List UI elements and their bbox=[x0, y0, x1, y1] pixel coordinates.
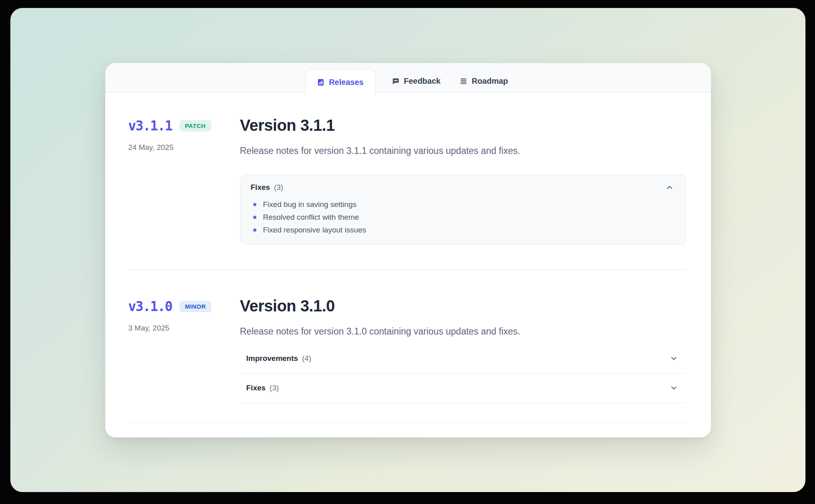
bullet-dot bbox=[253, 216, 256, 219]
release-body: Version 3.1.1 Release notes for version … bbox=[240, 116, 686, 245]
section-label: Improvements bbox=[246, 354, 298, 363]
section-label: Fixes bbox=[246, 384, 266, 392]
release-entry-v311: v3.1.1 PATCH 24 May, 2025 Version 3.1.1 … bbox=[128, 116, 686, 245]
section-count: (4) bbox=[302, 354, 311, 363]
release-title: Version 3.1.0 bbox=[240, 297, 686, 315]
release-description: Release notes for version 3.1.1 containi… bbox=[240, 144, 686, 157]
section-label: Fixes bbox=[251, 183, 270, 192]
bullet-dot bbox=[253, 228, 256, 232]
version-label: v3.1.1 bbox=[128, 118, 172, 134]
accordion-row-fixes[interactable]: Fixes (3) bbox=[240, 374, 686, 403]
accordion-row-improvements[interactable]: Improvements (4) bbox=[240, 344, 686, 374]
release-meta: v3.1.0 MINOR 3 May, 2025 bbox=[128, 297, 240, 333]
version-badge: MINOR bbox=[179, 301, 212, 312]
list-item-text: Fixed responsive layout issues bbox=[263, 226, 366, 234]
fixes-panel-toggle[interactable]: Fixes (3) bbox=[251, 183, 674, 192]
tab-feedback[interactable]: Feedback bbox=[390, 77, 443, 86]
list-item-text: Fixed bug in saving settings bbox=[263, 200, 356, 209]
releases-list: v3.1.1 PATCH 24 May, 2025 Version 3.1.1 … bbox=[105, 93, 711, 437]
release-date: 24 May, 2025 bbox=[128, 143, 240, 152]
chevron-down-icon[interactable] bbox=[669, 384, 678, 392]
release-title: Version 3.1.1 bbox=[240, 116, 686, 134]
version-badge: PATCH bbox=[179, 120, 211, 132]
feedback-icon bbox=[392, 77, 400, 85]
accordion-group: Improvements (4) Fixes (3) bbox=[240, 344, 686, 403]
release-date: 3 May, 2025 bbox=[128, 324, 240, 333]
tab-bar: Releases Feedback Roadmap bbox=[105, 63, 711, 93]
roadmap-icon bbox=[460, 77, 467, 85]
releases-icon bbox=[317, 79, 325, 86]
desktop-background: Releases Feedback Roadmap v3 bbox=[10, 8, 805, 492]
chevron-up-icon[interactable] bbox=[665, 183, 674, 192]
list-item: Fixed responsive layout issues bbox=[253, 224, 674, 236]
version-label: v3.1.0 bbox=[128, 299, 172, 314]
tab-roadmap[interactable]: Roadmap bbox=[457, 77, 510, 86]
release-meta: v3.1.1 PATCH 24 May, 2025 bbox=[128, 116, 240, 152]
section-count: (3) bbox=[274, 183, 283, 192]
release-body: Version 3.1.0 Release notes for version … bbox=[240, 297, 686, 403]
release-entry-v310: v3.1.0 MINOR 3 May, 2025 Version 3.1.0 R… bbox=[128, 297, 686, 403]
list-item-text: Resolved conflict with theme bbox=[263, 213, 359, 222]
release-description: Release notes for version 3.1.0 containi… bbox=[240, 325, 686, 338]
release-notes-card: Releases Feedback Roadmap v3 bbox=[105, 63, 711, 437]
list-item: Fixed bug in saving settings bbox=[253, 198, 674, 211]
chevron-down-icon[interactable] bbox=[669, 354, 678, 363]
release-divider bbox=[128, 270, 686, 270]
fixes-list: Fixed bug in saving settings Resolved co… bbox=[251, 198, 674, 236]
section-count: (3) bbox=[270, 384, 279, 392]
tab-label: Feedback bbox=[404, 77, 441, 86]
bullet-dot bbox=[253, 203, 256, 206]
tab-label: Releases bbox=[329, 78, 364, 87]
release-divider bbox=[128, 422, 686, 423]
fixes-panel: Fixes (3) Fixed bug in saving settings bbox=[240, 175, 686, 245]
tab-releases[interactable]: Releases bbox=[305, 69, 375, 95]
tab-label: Roadmap bbox=[472, 77, 508, 86]
list-item: Resolved conflict with theme bbox=[253, 211, 674, 224]
